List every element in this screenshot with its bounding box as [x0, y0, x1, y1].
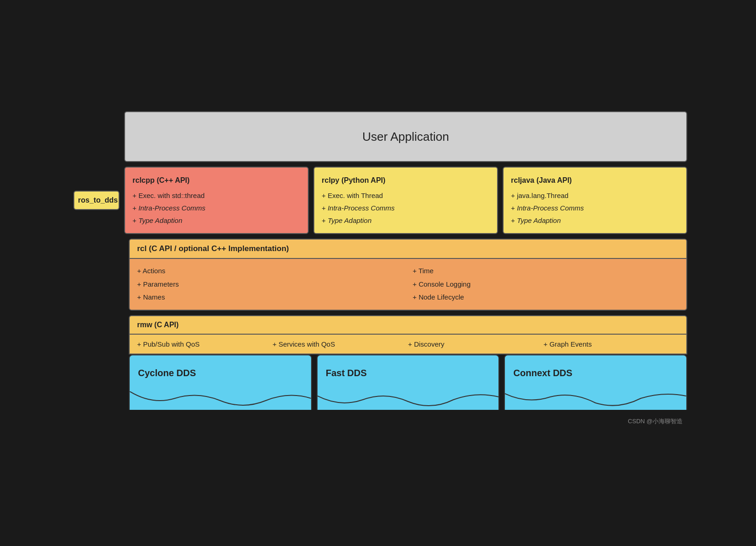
- dds-connext-label: Connext DDS: [513, 368, 572, 378]
- user-app-label: User Application: [362, 130, 449, 144]
- rclpy-item-1: + Exec. with Thread: [322, 189, 490, 202]
- rcl-col1-item2: + Parameters: [137, 278, 403, 291]
- rmw-row: rmw (C API) + Pub/Sub with QoS + Service…: [69, 315, 687, 354]
- rmw-item-2: + Services with QoS: [273, 340, 408, 348]
- dds-box-fast: Fast DDS: [317, 354, 500, 410]
- ros-to-dds-label: ros_to_dds: [73, 191, 120, 210]
- user-app-box: User Application: [124, 111, 687, 162]
- rclcpp-title: rclcpp (C++ API): [132, 174, 300, 187]
- ros-row: ros_to_dds rclcpp (C++ API) + Exec. with…: [69, 167, 687, 234]
- rmw-item-4: + Graph Events: [544, 340, 679, 348]
- rclpy-item-2: + Intra-Process Comms: [322, 202, 490, 214]
- dds-cyclone-label: Cyclone DDS: [138, 368, 196, 378]
- api-box-rcljava: rcljava (Java API) + java.lang.Thread + …: [503, 167, 687, 234]
- rcl-col2: + Time + Console Logging + Node Lifecycl…: [413, 264, 679, 304]
- rcl-col1-item3: + Names: [137, 291, 403, 304]
- rmw-item-1: + Pub/Sub with QoS: [137, 340, 273, 348]
- api-box-rclpy: rclpy (Python API) + Exec. with Thread +…: [313, 167, 498, 234]
- spacer-top: [69, 111, 124, 162]
- api-box-rclcpp: rclcpp (C++ API) + Exec. with std::threa…: [124, 167, 309, 234]
- user-app-row: User Application: [69, 111, 687, 162]
- rclcpp-item-2: + Intra-Process Comms: [132, 202, 300, 214]
- rclcpp-item-1: + Exec. with std::thread: [132, 189, 300, 202]
- dds-box-connext: Connext DDS: [504, 354, 687, 410]
- rmw-header: rmw (C API): [130, 316, 686, 335]
- rcl-col1: + Actions + Parameters + Names: [137, 264, 403, 304]
- rcljava-item-3: + Type Adaption: [511, 214, 679, 227]
- rmw-outer: rmw (C API) + Pub/Sub with QoS + Service…: [129, 315, 687, 354]
- dds-fast-label: Fast DDS: [326, 368, 367, 378]
- rclpy-title: rclpy (Python API): [322, 174, 490, 187]
- rcl-outer: rcl (C API / optional C++ Implementation…: [129, 239, 687, 311]
- dds-box-cyclone: Cyclone DDS: [129, 354, 312, 410]
- rcljava-title: rcljava (Java API): [511, 174, 679, 187]
- rcl-header: rcl (C API / optional C++ Implementation…: [130, 240, 686, 259]
- ros-label-cell: ros_to_dds: [69, 167, 124, 234]
- watermark: CSDN @小海聊智造: [69, 417, 687, 426]
- rcljava-item-2: + Intra-Process Comms: [511, 202, 679, 214]
- rmw-item-3: + Discovery: [408, 340, 544, 348]
- rcl-col2-item2: + Console Logging: [413, 278, 679, 291]
- rmw-content: + Pub/Sub with QoS + Services with QoS +…: [130, 335, 686, 354]
- apis-container: rclcpp (C++ API) + Exec. with std::threa…: [124, 167, 687, 234]
- dds-row: Cyclone DDS Fast DDS: [129, 354, 687, 410]
- rcljava-item-1: + java.lang.Thread: [511, 189, 679, 202]
- rclcpp-item-3: + Type Adaption: [132, 214, 300, 227]
- rcl-col2-item1: + Time: [413, 264, 679, 278]
- rcl-col2-item3: + Node Lifecycle: [413, 291, 679, 304]
- rcl-row: rcl (C API / optional C++ Implementation…: [69, 239, 687, 311]
- rcl-content: + Actions + Parameters + Names + Time + …: [130, 259, 686, 310]
- rclpy-item-3: + Type Adaption: [322, 214, 490, 227]
- rcl-col1-item1: + Actions: [137, 264, 403, 278]
- diagram-container: User Application ros_to_dds rclcpp (C++ …: [55, 102, 701, 444]
